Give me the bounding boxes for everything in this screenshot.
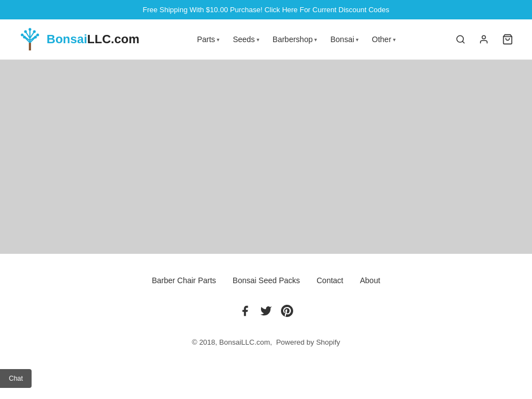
hero-section: [0, 60, 532, 254]
svg-line-16: [462, 41, 464, 43]
pinterest-icon: [281, 305, 293, 317]
twitter-link[interactable]: [260, 305, 272, 320]
nav-item-bonsai[interactable]: Bonsai ▾: [325, 32, 364, 47]
cart-icon: [502, 34, 513, 45]
person-icon: [479, 34, 489, 44]
svg-point-13: [33, 30, 36, 33]
chevron-down-icon: ▾: [217, 37, 219, 43]
svg-point-8: [23, 36, 26, 39]
chevron-down-icon: ▾: [393, 37, 396, 43]
nav-item-seeds[interactable]: Seeds ▾: [227, 32, 265, 47]
svg-point-17: [482, 35, 485, 39]
svg-point-12: [37, 34, 39, 37]
chevron-down-icon: ▾: [314, 37, 317, 43]
nav-item-other[interactable]: Other ▾: [366, 32, 401, 47]
logo-icon: [17, 26, 43, 53]
main-nav: Parts ▾ Seeds ▾ Barbershop ▾ Bonsai ▾ Ot…: [191, 32, 401, 47]
pinterest-link[interactable]: [281, 305, 293, 320]
logo-text: BonsaiLLC.com: [47, 32, 139, 47]
search-button[interactable]: [453, 32, 468, 47]
search-icon: [456, 34, 466, 44]
chevron-down-icon: ▾: [356, 37, 359, 43]
chevron-down-icon: ▾: [257, 37, 259, 43]
facebook-icon: [239, 305, 251, 317]
cart-button[interactable]: [500, 32, 515, 47]
top-banner[interactable]: Free Shipping With $10.00 Purchase! Clic…: [0, 0, 532, 19]
logo[interactable]: BonsaiLLC.com: [17, 26, 139, 53]
twitter-icon: [260, 305, 272, 317]
svg-point-9: [21, 34, 24, 37]
facebook-link[interactable]: [239, 305, 251, 320]
nav-item-parts[interactable]: Parts ▾: [191, 32, 225, 47]
header: BonsaiLLC.com Parts ▾ Seeds ▾ Barbershop…: [0, 19, 532, 60]
footer-link-about[interactable]: About: [360, 276, 381, 285]
powered-by-shopify[interactable]: Powered by Shopify: [276, 338, 340, 346]
header-icons: [453, 32, 515, 47]
login-button[interactable]: [477, 32, 491, 47]
nav-item-barbershop[interactable]: Barbershop ▾: [267, 32, 323, 47]
footer-link-barber-chair-parts[interactable]: Barber Chair Parts: [152, 276, 216, 285]
footer-link-contact[interactable]: Contact: [316, 276, 343, 285]
svg-rect-0: [29, 43, 31, 50]
footer-links: Barber Chair Parts Bonsai Seed Packs Con…: [0, 254, 532, 296]
copyright: © 2018, BonsaiLLC.com, Powered by Shopif…: [0, 329, 532, 363]
svg-point-10: [24, 30, 27, 33]
svg-point-14: [29, 28, 32, 31]
footer-link-bonsai-seed-packs[interactable]: Bonsai Seed Packs: [233, 276, 300, 285]
social-icons: [0, 296, 532, 329]
svg-point-11: [34, 36, 37, 39]
